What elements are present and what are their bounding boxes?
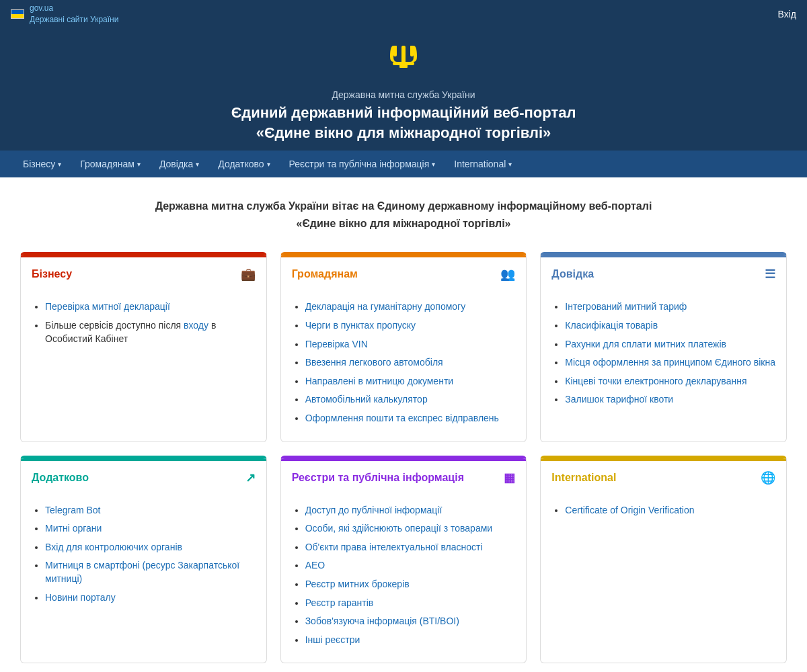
list-item: Доступ до публічної інформації <box>305 504 516 517</box>
card-intl-title: International <box>551 472 616 484</box>
card-dovidka-link-5[interactable]: Залишок тарифної квоти <box>565 394 673 405</box>
card-intl-link-0[interactable]: Certificate of Origin Verification <box>565 505 694 515</box>
card-reestry-link-4[interactable]: Реєстр митних брокерів <box>305 579 410 589</box>
welcome-line2: «Єдине вікно для міжнародної торгівлі» <box>13 215 794 233</box>
card-dodatk-link-0[interactable]: Telegram Bot <box>45 505 100 515</box>
chevron-down-icon: ▾ <box>137 161 141 168</box>
card-gromad-link-3[interactable]: Ввезення легкового автомобіля <box>305 357 443 368</box>
gov-bar-right: Вхід <box>778 9 796 19</box>
list-item: Оформлення пошти та експрес відправлень <box>305 412 516 425</box>
card-reestry-link-1[interactable]: Особи, які здійснюють операції з товарам… <box>305 523 492 534</box>
nav-dovidka[interactable]: Довідка ▾ <box>150 151 208 177</box>
list-item: Інтегрований митний тариф <box>565 300 775 314</box>
card-dovidka-link-3[interactable]: Місця оформлення за принципом Єдиного ві… <box>565 357 775 368</box>
card-dovidka-link-2[interactable]: Рахунки для сплати митних платежів <box>565 339 726 349</box>
card-gromad-link-5[interactable]: Автомобільний калькулятор <box>305 394 428 405</box>
ukraine-flag-icon <box>11 9 24 19</box>
card-gromad: Громадянам👥Декларація на гуманітарну доп… <box>280 252 527 442</box>
card-intl-icon: 🌐 <box>761 470 775 485</box>
card-reestry-body: Доступ до публічної інформаціїОсоби, які… <box>281 493 527 663</box>
card-intl: International🌐Certificate of Origin Veri… <box>540 456 787 664</box>
chevron-down-icon: ▾ <box>196 161 199 168</box>
card-dodatk-icon: ↗ <box>245 470 256 485</box>
card-biznes-header: Бізнесу💼 <box>21 255 266 290</box>
card-dodatk-list: Telegram BotМитні органиВхід для контрол… <box>34 504 256 605</box>
card-dodatk-link-3[interactable]: Митниця в смартфоні (ресурс Закарпатсько… <box>45 560 239 584</box>
list-item: Рахунки для сплати митних платежів <box>565 338 775 351</box>
main-nav: Бізнесу ▾ Громадянам ▾ Довідка ▾ Додатко… <box>0 151 807 177</box>
card-dovidka-body: Інтегрований митний тарифКласифікація то… <box>541 290 786 423</box>
list-item: Реєстр митних брокерів <box>305 578 516 591</box>
card-dodatk-link-2[interactable]: Вхід для контролюючих органів <box>45 542 182 552</box>
nav-gromad[interactable]: Громадянам ▾ <box>71 151 150 177</box>
list-item: Кінцеві точки електронного декларування <box>565 375 775 388</box>
svg-rect-3 <box>393 46 397 49</box>
list-item: Черги в пунктах пропуску <box>305 319 516 333</box>
card-dovidka-icon: ☰ <box>765 267 775 282</box>
card-reestry-link-3[interactable]: АЕО <box>305 560 325 571</box>
agency-name: Державна митна служба України <box>13 89 794 100</box>
card-gromad-body: Декларація на гуманітарну допомогуЧерги … <box>281 290 527 441</box>
card-biznes-title: Бізнесу <box>32 268 72 280</box>
card-gromad-link-0[interactable]: Декларація на гуманітарну допомогу <box>305 301 466 312</box>
list-item: Більше сервісів доступно після входу в О… <box>45 319 256 345</box>
gov-ua-link[interactable]: gov.ua <box>30 3 118 14</box>
card-reestry: Реєстри та публічна інформація▦Доступ до… <box>280 456 527 664</box>
card-reestry-link-7[interactable]: Інші реєстри <box>305 634 360 645</box>
card-gromad-title: Громадянам <box>292 268 358 280</box>
list-item: Автомобільний калькулятор <box>305 393 516 407</box>
gov-bar-links: gov.ua Державні сайти України <box>30 3 118 26</box>
welcome-section: Державна митна служба України вітає на Є… <box>0 177 807 245</box>
list-item: Ввезення легкового автомобіля <box>305 356 516 370</box>
gov-sites-link[interactable]: Державні сайти України <box>30 14 118 26</box>
card-gromad-header: Громадянам👥 <box>281 255 527 290</box>
login-link[interactable]: входу <box>184 320 208 331</box>
list-item: Telegram Bot <box>45 504 256 517</box>
list-item: АЕО <box>305 559 516 573</box>
emblem-icon <box>13 39 794 87</box>
card-dovidka-link-4[interactable]: Кінцеві точки електронного декларування <box>565 376 746 386</box>
list-item: Реєстр гарантів <box>305 597 516 610</box>
card-dovidka: Довідка☰Інтегрований митний тарифКласифі… <box>540 252 787 442</box>
list-item: Зобов'язуюча інформація (BTI/BOI) <box>305 615 516 628</box>
portal-title: Єдиний державний інформаційний веб-порта… <box>13 103 794 144</box>
svg-rect-0 <box>401 46 406 65</box>
card-dodatk-link-4[interactable]: Новини порталу <box>45 592 116 603</box>
gov-bar-left: gov.ua Державні сайти України <box>11 3 118 26</box>
list-item: Об'єкти права інтелектуальної власності <box>305 541 516 554</box>
chevron-down-icon: ▾ <box>267 161 270 168</box>
card-intl-body: Certificate of Origin Verification <box>541 493 786 601</box>
card-dodatk-link-1[interactable]: Митні органи <box>45 523 102 534</box>
card-dovidka-link-0[interactable]: Інтегрований митний тариф <box>565 301 687 312</box>
list-item: Перевірка VIN <box>305 338 516 351</box>
list-item: Митниця в смартфоні (ресурс Закарпатсько… <box>45 559 256 585</box>
card-intl-header: International🌐 <box>541 458 786 493</box>
list-item: Митні органи <box>45 522 256 536</box>
nav-reestry[interactable]: Реєстри та публічна інформація ▾ <box>280 151 445 177</box>
nav-intl[interactable]: International ▾ <box>445 151 521 177</box>
gov-bar: gov.ua Державні сайти України Вхід <box>0 0 807 28</box>
card-dovidka-list: Інтегрований митний тарифКласифікація то… <box>554 300 775 407</box>
card-gromad-link-1[interactable]: Черги в пунктах пропуску <box>305 320 416 331</box>
card-reestry-link-6[interactable]: Зобов'язуюча інформація (BTI/BOI) <box>305 616 459 626</box>
card-gromad-list: Декларація на гуманітарну допомогуЧерги … <box>295 300 516 425</box>
login-link[interactable]: Вхід <box>778 9 796 19</box>
card-reestry-link-5[interactable]: Реєстр гарантів <box>305 597 374 608</box>
card-reestry-icon: ▦ <box>504 470 515 485</box>
nav-dodatk[interactable]: Додатково ▾ <box>208 151 279 177</box>
list-item: Новини порталу <box>45 591 256 605</box>
card-gromad-link-6[interactable]: Оформлення пошти та експрес відправлень <box>305 413 499 423</box>
list-item: Перевірка митної декларації <box>45 300 256 314</box>
card-biznes-icon: 💼 <box>241 267 256 282</box>
card-gromad-link-4[interactable]: Направлені в митницю документи <box>305 376 453 386</box>
card-dodatk-title: Додатково <box>32 472 89 484</box>
nav-biznes[interactable]: Бізнесу ▾ <box>13 151 71 177</box>
welcome-line1: Державна митна служба України вітає на Є… <box>13 198 794 215</box>
card-reestry-link-0[interactable]: Доступ до публічної інформації <box>305 505 443 515</box>
card-gromad-link-2[interactable]: Перевірка VIN <box>305 339 368 349</box>
card-reestry-link-2[interactable]: Об'єкти права інтелектуальної власності <box>305 542 483 552</box>
card-dovidka-link-1[interactable]: Класифікація товарів <box>565 320 658 331</box>
card-reestry-title: Реєстри та публічна інформація <box>292 472 464 484</box>
card-biznes-link-0[interactable]: Перевірка митної декларації <box>45 301 170 312</box>
svg-rect-4 <box>410 46 414 49</box>
